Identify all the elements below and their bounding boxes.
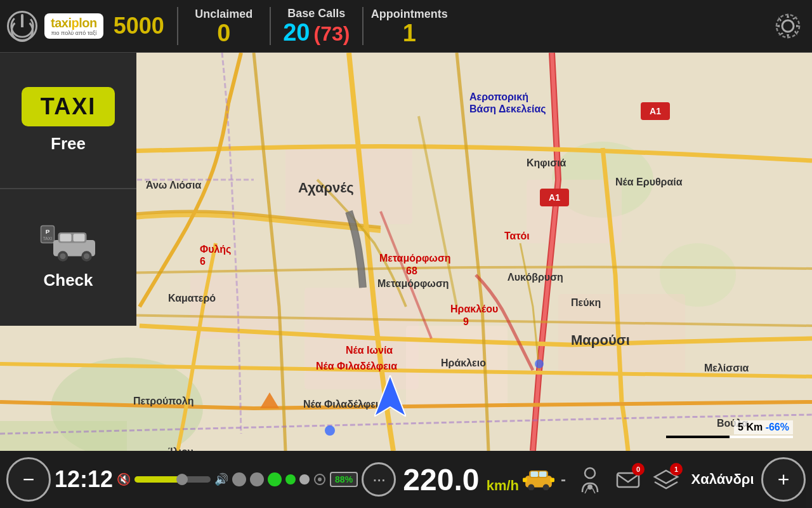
appointments-box: Appointments 1 <box>371 8 448 45</box>
navigation-arrow <box>374 375 406 419</box>
svg-rect-31 <box>73 234 84 241</box>
volume-bar[interactable] <box>134 476 211 483</box>
layers-button[interactable]: 1 <box>648 462 684 497</box>
status-dot-3 <box>268 472 282 486</box>
scale-text: 5 Km -66% <box>734 420 793 434</box>
power-icon <box>7 11 37 41</box>
minus-icon: − <box>23 469 35 490</box>
status-dot-4 <box>285 474 296 485</box>
unclaimed-box: Unclaimed 0 <box>186 8 262 45</box>
status-dot-2 <box>250 472 264 486</box>
svg-rect-44 <box>523 478 527 483</box>
bottom-bar: − 12:12 🔇 🔊 88% ··· 220.0 km/h <box>0 451 812 508</box>
parking-icon: P TAXI <box>30 225 107 265</box>
volume-section: 🔇 🔊 <box>117 472 228 486</box>
battery-indicator: 88% <box>330 472 358 487</box>
svg-text:P: P <box>45 228 49 235</box>
divider-3 <box>362 7 363 45</box>
zoom-out-button[interactable]: − <box>6 457 51 502</box>
location-name: Χαλάνδρι <box>688 471 757 488</box>
more-button[interactable]: ··· <box>362 462 396 497</box>
score-value: 5000 <box>114 15 164 37</box>
left-panel: TAXI Free P TAXI <box>0 53 136 326</box>
settings-button[interactable] <box>770 8 806 44</box>
speed-section: 220.0 km/h <box>400 462 519 497</box>
basecalls-paren: (73) <box>313 22 350 46</box>
zoom-in-button[interactable]: + <box>761 457 806 502</box>
speed-value: 220.0 <box>400 462 483 497</box>
logo: taxiplon πιο πολύ από ταξί <box>44 13 103 39</box>
unclaimed-label: Unclaimed <box>195 8 252 21</box>
status-dot-1 <box>232 472 246 486</box>
svg-point-37 <box>318 478 322 481</box>
icon-button-group: 0 1 <box>572 462 684 497</box>
svg-point-16 <box>325 425 335 436</box>
svg-rect-40 <box>531 472 539 477</box>
layers-badge: 1 <box>670 463 683 476</box>
svg-point-2 <box>782 20 794 32</box>
svg-point-47 <box>587 485 593 490</box>
taxi-label-box: TAXI <box>22 87 115 126</box>
logo-sub: πιο πολύ από ταξί <box>51 30 96 37</box>
check-status: Check <box>43 271 93 290</box>
envelope-button[interactable]: 0 <box>610 462 646 497</box>
volume-handle <box>176 474 188 485</box>
separator-minus: - <box>558 471 568 488</box>
divider-2 <box>270 7 271 45</box>
scale-line <box>666 436 793 438</box>
logo-brand: taxiplon <box>51 16 97 30</box>
svg-point-33 <box>60 253 65 259</box>
svg-rect-30 <box>60 234 71 241</box>
signal-icon <box>313 473 326 486</box>
taxi-status: Free <box>51 134 86 154</box>
appointments-value: 1 <box>403 21 416 45</box>
svg-point-17 <box>535 359 544 368</box>
basecalls-label: Base Calls <box>287 7 345 20</box>
svg-point-35 <box>84 253 89 259</box>
speed-unit: km/h <box>487 478 519 494</box>
volume-icon: 🔊 <box>214 472 228 486</box>
battery-value: 88% <box>335 474 353 485</box>
svg-rect-45 <box>550 478 554 483</box>
more-icon: ··· <box>372 469 385 490</box>
svg-point-46 <box>585 468 595 478</box>
location-person-button[interactable] <box>572 462 608 497</box>
status-dot-5 <box>299 474 310 485</box>
svg-point-0 <box>11 15 33 37</box>
status-dots <box>232 472 326 486</box>
score-box: 5000 <box>114 15 164 37</box>
taxi-button[interactable]: TAXI Free <box>0 53 136 189</box>
unclaimed-value: 0 <box>217 21 230 45</box>
svg-text:TAXI: TAXI <box>43 236 52 241</box>
svg-marker-24 <box>374 375 406 417</box>
volume-fill <box>134 476 180 483</box>
scale-bar: 5 Km -66% <box>666 420 793 438</box>
check-button[interactable]: P TAXI Check <box>0 189 136 326</box>
svg-text:A1: A1 <box>549 192 560 203</box>
basecalls-row: 20 (73) <box>283 20 350 46</box>
divider-1 <box>177 7 178 45</box>
envelope-badge: 0 <box>632 463 645 476</box>
svg-rect-41 <box>539 472 547 477</box>
taxi-label: TAXI <box>41 93 96 120</box>
time-display: 12:12 <box>55 466 113 493</box>
mute-icon: 🔇 <box>117 472 131 486</box>
plus-icon: + <box>778 469 790 490</box>
svg-point-3 <box>776 15 799 37</box>
taxi-icon-bottom <box>523 466 554 493</box>
basecalls-main: 20 <box>283 20 310 44</box>
basecalls-box: Base Calls 20 (73) <box>278 7 355 46</box>
power-button[interactable] <box>0 11 44 41</box>
svg-rect-8 <box>0 421 127 451</box>
appointments-label: Appointments <box>371 8 448 21</box>
top-bar: taxiplon πιο πολύ από ταξί 5000 Unclaime… <box>0 0 812 53</box>
svg-text:A1: A1 <box>650 106 661 116</box>
